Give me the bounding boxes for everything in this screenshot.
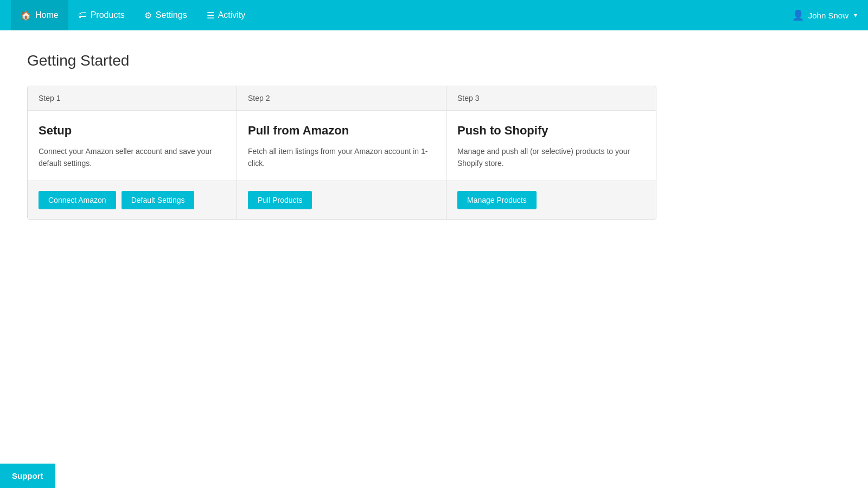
step-3-description: Manage and push all (or selective) produ…	[457, 145, 645, 170]
step-1-header-label: Step 1	[39, 94, 60, 102]
step-3-header-label: Step 3	[457, 94, 479, 102]
user-icon: 👤	[792, 9, 804, 21]
nav-item-products[interactable]: 🏷 Products	[68, 0, 135, 30]
support-button[interactable]: Support	[0, 464, 55, 488]
nav-item-settings[interactable]: ⚙ Settings	[135, 0, 197, 30]
step-1-description: Connect your Amazon seller account and s…	[39, 145, 226, 170]
nav-label-settings: Settings	[156, 10, 187, 20]
step-2-header-label: Step 2	[248, 94, 270, 102]
user-dropdown-arrow: ▾	[854, 11, 857, 19]
nav-label-products: Products	[91, 10, 125, 20]
step-2-title: Pull from Amazon	[248, 124, 435, 138]
navbar: 🏠 Home 🏷 Products ⚙ Settings ☰ Activity …	[0, 0, 868, 30]
nav-items: 🏠 Home 🏷 Products ⚙ Settings ☰ Activity	[11, 0, 792, 30]
nav-label-home: Home	[35, 10, 59, 20]
default-settings-button[interactable]: Default Settings	[122, 191, 195, 209]
step-1-title: Setup	[39, 124, 226, 138]
main-content: Getting Started Step 1 Setup Connect you…	[0, 30, 868, 241]
pull-products-button[interactable]: Pull Products	[248, 191, 312, 209]
step-1-actions: Connect Amazon Default Settings	[28, 181, 237, 219]
user-name: John Snow	[808, 11, 848, 20]
step-2-actions: Pull Products	[237, 181, 446, 219]
page-title: Getting Started	[27, 52, 841, 69]
home-icon: 🏠	[21, 10, 31, 21]
step-2-header: Step 2	[237, 86, 446, 111]
step-1-header: Step 1	[28, 86, 237, 111]
step-3-header: Step 3	[446, 86, 656, 111]
products-icon: 🏷	[78, 10, 87, 20]
step-3-title: Push to Shopify	[457, 124, 645, 138]
nav-item-activity[interactable]: ☰ Activity	[197, 0, 256, 30]
settings-icon: ⚙	[144, 10, 152, 21]
activity-icon: ☰	[207, 10, 214, 21]
step-2-description: Fetch all item listings from your Amazon…	[248, 145, 435, 170]
connect-amazon-button[interactable]: Connect Amazon	[39, 191, 116, 209]
step-3-actions: Manage Products	[446, 181, 656, 219]
step-3-body: Push to Shopify Manage and push all (or …	[446, 111, 656, 181]
step-1-cell: Step 1 Setup Connect your Amazon seller …	[28, 86, 237, 219]
step-2-cell: Step 2 Pull from Amazon Fetch all item l…	[237, 86, 446, 219]
nav-label-activity: Activity	[218, 10, 246, 20]
step-3-cell: Step 3 Push to Shopify Manage and push a…	[446, 86, 656, 219]
step-2-body: Pull from Amazon Fetch all item listings…	[237, 111, 446, 181]
user-menu[interactable]: 👤 John Snow ▾	[792, 9, 857, 21]
step-1-body: Setup Connect your Amazon seller account…	[28, 111, 237, 181]
nav-item-home[interactable]: 🏠 Home	[11, 0, 68, 30]
manage-products-button[interactable]: Manage Products	[457, 191, 537, 209]
steps-grid: Step 1 Setup Connect your Amazon seller …	[27, 86, 656, 220]
